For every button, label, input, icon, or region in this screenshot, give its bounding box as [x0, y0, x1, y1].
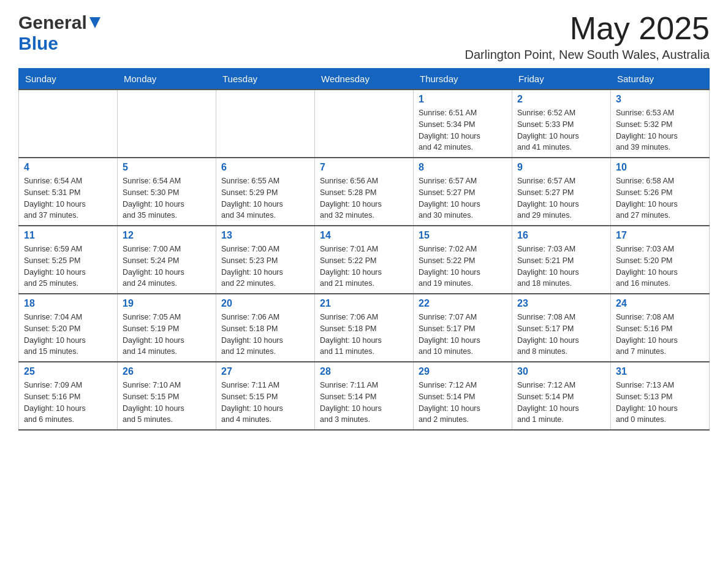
day-info: Sunrise: 7:08 AM Sunset: 5:16 PM Dayligh… [616, 312, 704, 358]
day-of-week-header: Thursday [414, 69, 512, 90]
day-number: 1 [419, 94, 507, 105]
calendar-week-row: 1Sunrise: 6:51 AM Sunset: 5:34 PM Daylig… [19, 90, 710, 158]
day-number: 3 [616, 94, 704, 105]
calendar-cell: 19Sunrise: 7:05 AM Sunset: 5:19 PM Dayli… [118, 294, 216, 362]
day-info: Sunrise: 6:52 AM Sunset: 5:33 PM Dayligh… [517, 107, 605, 153]
day-number: 9 [517, 162, 605, 173]
day-number: 7 [320, 162, 408, 173]
day-number: 20 [221, 298, 309, 309]
calendar-cell: 22Sunrise: 7:07 AM Sunset: 5:17 PM Dayli… [414, 294, 512, 362]
svg-marker-0 [89, 17, 100, 28]
day-info: Sunrise: 7:03 AM Sunset: 5:20 PM Dayligh… [616, 243, 704, 289]
day-info: Sunrise: 7:06 AM Sunset: 5:18 PM Dayligh… [221, 312, 309, 358]
calendar-cell: 27Sunrise: 7:11 AM Sunset: 5:15 PM Dayli… [216, 362, 315, 430]
day-info: Sunrise: 7:00 AM Sunset: 5:23 PM Dayligh… [221, 243, 309, 289]
calendar-cell: 5Sunrise: 6:54 AM Sunset: 5:30 PM Daylig… [118, 158, 216, 226]
day-number: 22 [419, 298, 507, 309]
day-number: 17 [616, 230, 704, 241]
calendar-week-row: 11Sunrise: 6:59 AM Sunset: 5:25 PM Dayli… [19, 226, 710, 294]
day-info: Sunrise: 7:09 AM Sunset: 5:16 PM Dayligh… [24, 380, 112, 426]
logo: General Blue [18, 12, 100, 54]
day-number: 6 [221, 162, 309, 173]
calendar-table: SundayMondayTuesdayWednesdayThursdayFrid… [18, 68, 710, 431]
logo-arrow-icon [89, 17, 100, 32]
day-info: Sunrise: 7:04 AM Sunset: 5:20 PM Dayligh… [24, 312, 112, 358]
day-info: Sunrise: 6:55 AM Sunset: 5:29 PM Dayligh… [221, 175, 309, 221]
day-of-week-header: Tuesday [216, 69, 315, 90]
calendar-cell: 28Sunrise: 7:11 AM Sunset: 5:14 PM Dayli… [315, 362, 414, 430]
day-info: Sunrise: 6:57 AM Sunset: 5:27 PM Dayligh… [517, 175, 605, 221]
day-number: 29 [419, 366, 507, 377]
day-of-week-header: Sunday [19, 69, 118, 90]
day-info: Sunrise: 7:11 AM Sunset: 5:15 PM Dayligh… [221, 380, 309, 426]
calendar-cell: 2Sunrise: 6:52 AM Sunset: 5:33 PM Daylig… [512, 90, 611, 158]
day-of-week-header: Friday [512, 69, 611, 90]
calendar-cell: 11Sunrise: 6:59 AM Sunset: 5:25 PM Dayli… [19, 226, 118, 294]
day-number: 10 [616, 162, 704, 173]
calendar-week-row: 4Sunrise: 6:54 AM Sunset: 5:31 PM Daylig… [19, 158, 710, 226]
calendar-cell [216, 90, 315, 158]
day-info: Sunrise: 6:58 AM Sunset: 5:26 PM Dayligh… [616, 175, 704, 221]
calendar-cell: 3Sunrise: 6:53 AM Sunset: 5:32 PM Daylig… [611, 90, 710, 158]
location-title: Darlington Point, New South Wales, Austr… [465, 48, 710, 62]
page-header: General Blue May 2025 Darlington Point, … [18, 12, 710, 62]
calendar-cell: 6Sunrise: 6:55 AM Sunset: 5:29 PM Daylig… [216, 158, 315, 226]
day-info: Sunrise: 7:00 AM Sunset: 5:24 PM Dayligh… [123, 243, 211, 289]
calendar-cell: 23Sunrise: 7:08 AM Sunset: 5:17 PM Dayli… [512, 294, 611, 362]
day-info: Sunrise: 7:03 AM Sunset: 5:21 PM Dayligh… [517, 243, 605, 289]
calendar-cell: 15Sunrise: 7:02 AM Sunset: 5:22 PM Dayli… [414, 226, 512, 294]
calendar-cell: 24Sunrise: 7:08 AM Sunset: 5:16 PM Dayli… [611, 294, 710, 362]
day-info: Sunrise: 7:07 AM Sunset: 5:17 PM Dayligh… [419, 312, 507, 358]
day-number: 26 [123, 366, 211, 377]
calendar-cell [118, 90, 216, 158]
day-of-week-header: Wednesday [315, 69, 414, 90]
day-info: Sunrise: 7:13 AM Sunset: 5:13 PM Dayligh… [616, 380, 704, 426]
calendar-cell: 1Sunrise: 6:51 AM Sunset: 5:34 PM Daylig… [414, 90, 512, 158]
day-number: 18 [24, 298, 112, 309]
calendar-cell [315, 90, 414, 158]
calendar-cell: 9Sunrise: 6:57 AM Sunset: 5:27 PM Daylig… [512, 158, 611, 226]
day-number: 5 [123, 162, 211, 173]
day-info: Sunrise: 6:51 AM Sunset: 5:34 PM Dayligh… [419, 107, 507, 153]
day-number: 2 [517, 94, 605, 105]
day-info: Sunrise: 7:12 AM Sunset: 5:14 PM Dayligh… [517, 380, 605, 426]
day-info: Sunrise: 6:53 AM Sunset: 5:32 PM Dayligh… [616, 107, 704, 153]
day-number: 31 [616, 366, 704, 377]
calendar-cell: 8Sunrise: 6:57 AM Sunset: 5:27 PM Daylig… [414, 158, 512, 226]
calendar-cell: 12Sunrise: 7:00 AM Sunset: 5:24 PM Dayli… [118, 226, 216, 294]
day-info: Sunrise: 7:08 AM Sunset: 5:17 PM Dayligh… [517, 312, 605, 358]
calendar-cell: 14Sunrise: 7:01 AM Sunset: 5:22 PM Dayli… [315, 226, 414, 294]
logo-blue-text: Blue [18, 33, 58, 53]
day-number: 8 [419, 162, 507, 173]
calendar-cell: 18Sunrise: 7:04 AM Sunset: 5:20 PM Dayli… [19, 294, 118, 362]
day-number: 19 [123, 298, 211, 309]
calendar-cell: 25Sunrise: 7:09 AM Sunset: 5:16 PM Dayli… [19, 362, 118, 430]
day-info: Sunrise: 7:11 AM Sunset: 5:14 PM Dayligh… [320, 380, 408, 426]
day-number: 15 [419, 230, 507, 241]
month-title: May 2025 [465, 12, 710, 44]
day-number: 27 [221, 366, 309, 377]
day-info: Sunrise: 7:05 AM Sunset: 5:19 PM Dayligh… [123, 312, 211, 358]
day-info: Sunrise: 7:12 AM Sunset: 5:14 PM Dayligh… [419, 380, 507, 426]
calendar-cell: 21Sunrise: 7:06 AM Sunset: 5:18 PM Dayli… [315, 294, 414, 362]
day-info: Sunrise: 7:01 AM Sunset: 5:22 PM Dayligh… [320, 243, 408, 289]
day-number: 28 [320, 366, 408, 377]
calendar-cell: 16Sunrise: 7:03 AM Sunset: 5:21 PM Dayli… [512, 226, 611, 294]
day-info: Sunrise: 7:02 AM Sunset: 5:22 PM Dayligh… [419, 243, 507, 289]
day-of-week-header: Saturday [611, 69, 710, 90]
day-info: Sunrise: 6:54 AM Sunset: 5:30 PM Dayligh… [123, 175, 211, 221]
day-info: Sunrise: 7:10 AM Sunset: 5:15 PM Dayligh… [123, 380, 211, 426]
day-number: 13 [221, 230, 309, 241]
day-of-week-header: Monday [118, 69, 216, 90]
calendar-week-row: 18Sunrise: 7:04 AM Sunset: 5:20 PM Dayli… [19, 294, 710, 362]
day-info: Sunrise: 6:57 AM Sunset: 5:27 PM Dayligh… [419, 175, 507, 221]
day-number: 16 [517, 230, 605, 241]
calendar-week-row: 25Sunrise: 7:09 AM Sunset: 5:16 PM Dayli… [19, 362, 710, 430]
calendar-cell: 31Sunrise: 7:13 AM Sunset: 5:13 PM Dayli… [611, 362, 710, 430]
calendar-cell: 10Sunrise: 6:58 AM Sunset: 5:26 PM Dayli… [611, 158, 710, 226]
calendar-cell: 26Sunrise: 7:10 AM Sunset: 5:15 PM Dayli… [118, 362, 216, 430]
day-number: 23 [517, 298, 605, 309]
calendar-cell: 13Sunrise: 7:00 AM Sunset: 5:23 PM Dayli… [216, 226, 315, 294]
calendar-cell: 30Sunrise: 7:12 AM Sunset: 5:14 PM Dayli… [512, 362, 611, 430]
day-number: 12 [123, 230, 211, 241]
